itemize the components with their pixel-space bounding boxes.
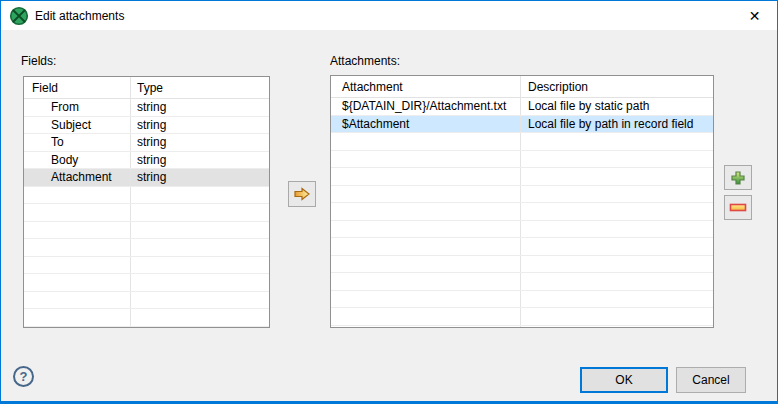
plus-icon <box>730 170 746 186</box>
table-row-empty[interactable] <box>24 222 269 240</box>
field-type: string <box>131 134 269 151</box>
clover-logo-icon <box>9 6 29 26</box>
column-header-attachment[interactable]: Attachment <box>331 76 521 97</box>
attachments-table-header: Attachment Description <box>331 76 713 98</box>
table-row-empty[interactable] <box>24 274 269 292</box>
fields-table: Field Type From string Subject string To… <box>23 76 270 328</box>
field-name: Attachment <box>24 169 131 186</box>
table-row[interactable]: Body string <box>24 152 269 170</box>
table-row-empty[interactable] <box>24 187 269 205</box>
attachments-table-body: ${DATAIN_DIR}/Attachment.txt Local file … <box>331 98 713 328</box>
dialog-body: Fields: Attachments: Field Type From str… <box>1 30 777 401</box>
table-row-empty[interactable] <box>331 168 713 186</box>
attachment-description: Local file by path in record field <box>521 116 713 133</box>
table-row[interactable]: To string <box>24 134 269 152</box>
table-row-empty[interactable] <box>24 309 269 327</box>
field-name: To <box>24 134 131 151</box>
attachment-path: ${DATAIN_DIR}/Attachment.txt <box>331 98 521 115</box>
table-row-empty[interactable] <box>24 257 269 275</box>
question-mark-icon: ? <box>20 369 28 384</box>
attachments-table: Attachment Description ${DATAIN_DIR}/Att… <box>330 75 714 328</box>
table-row-empty[interactable] <box>331 238 713 256</box>
arrow-right-icon <box>293 187 311 201</box>
table-row-empty[interactable] <box>331 221 713 239</box>
column-header-field[interactable]: Field <box>24 77 131 98</box>
title-bar: Edit attachments ✕ <box>1 1 777 30</box>
remove-attachment-button[interactable] <box>724 195 752 220</box>
help-button[interactable]: ? <box>13 366 34 387</box>
field-name: Body <box>24 152 131 169</box>
attachments-label: Attachments: <box>330 54 400 68</box>
field-type: string <box>131 99 269 116</box>
field-type: string <box>131 152 269 169</box>
fields-table-body: From string Subject string To string Bod… <box>24 99 269 328</box>
table-row-empty[interactable] <box>331 133 713 151</box>
table-row[interactable]: From string <box>24 99 269 117</box>
fields-label: Fields: <box>21 54 56 68</box>
table-row-empty[interactable] <box>331 256 713 274</box>
table-row-empty[interactable] <box>24 292 269 310</box>
table-row-empty[interactable] <box>331 273 713 291</box>
field-name: From <box>24 99 131 116</box>
move-right-button[interactable] <box>288 181 316 207</box>
table-row[interactable]: $Attachment Local file by path in record… <box>331 116 713 134</box>
table-row-empty[interactable] <box>331 291 713 309</box>
column-header-description[interactable]: Description <box>521 76 713 97</box>
table-row-empty[interactable] <box>331 203 713 221</box>
cancel-button[interactable]: Cancel <box>676 367 746 393</box>
minus-icon <box>729 202 747 213</box>
field-type: string <box>131 117 269 134</box>
table-row[interactable]: Subject string <box>24 117 269 135</box>
table-row[interactable]: ${DATAIN_DIR}/Attachment.txt Local file … <box>331 98 713 116</box>
table-row-empty[interactable] <box>24 327 269 329</box>
close-icon[interactable]: ✕ <box>732 1 777 30</box>
attachment-description: Local file by static path <box>521 98 713 115</box>
ok-button[interactable]: OK <box>580 367 668 393</box>
table-row[interactable]: Attachment string <box>24 169 269 187</box>
table-row-empty[interactable] <box>331 186 713 204</box>
window-title: Edit attachments <box>35 9 124 23</box>
field-name: Subject <box>24 117 131 134</box>
table-row-empty[interactable] <box>331 151 713 169</box>
table-row-empty[interactable] <box>331 326 713 329</box>
table-row-empty[interactable] <box>24 239 269 257</box>
table-row-empty[interactable] <box>331 308 713 326</box>
attachment-path: $Attachment <box>331 116 521 133</box>
add-attachment-button[interactable] <box>724 165 752 190</box>
table-row-empty[interactable] <box>24 204 269 222</box>
column-header-type[interactable]: Type <box>131 77 269 98</box>
edit-attachments-dialog: Edit attachments ✕ Fields: Attachments: … <box>0 0 778 404</box>
field-type: string <box>131 169 269 186</box>
fields-table-header: Field Type <box>24 77 269 99</box>
